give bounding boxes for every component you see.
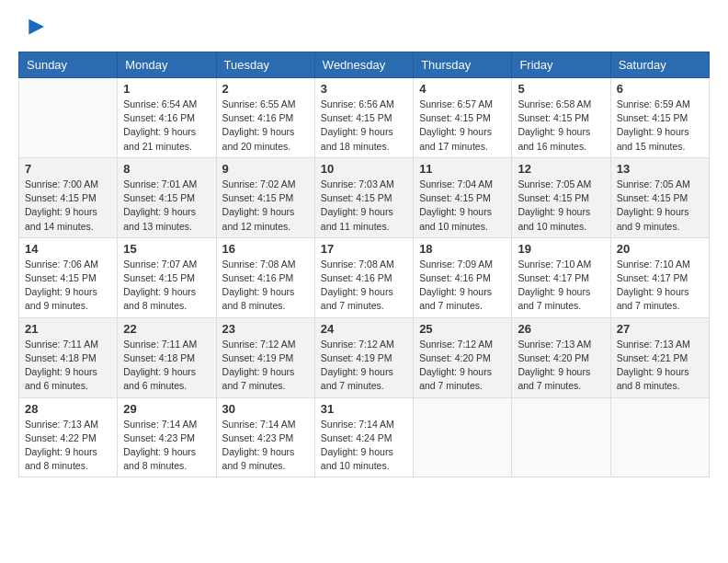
calendar-week-5: 28Sunrise: 7:13 AMSunset: 4:22 PMDayligh… <box>19 397 710 477</box>
day-number: 17 <box>321 242 407 256</box>
calendar-cell: 21Sunrise: 7:11 AMSunset: 4:18 PMDayligh… <box>19 317 118 397</box>
day-number: 15 <box>123 242 210 256</box>
day-number: 10 <box>321 162 407 176</box>
day-number: 21 <box>25 322 111 336</box>
calendar-cell: 25Sunrise: 7:12 AMSunset: 4:20 PMDayligh… <box>414 317 512 397</box>
calendar-cell: 30Sunrise: 7:14 AMSunset: 4:23 PMDayligh… <box>216 397 314 477</box>
cell-info: Sunrise: 6:59 AMSunset: 4:15 PMDaylight:… <box>617 98 703 154</box>
calendar-week-1: 1Sunrise: 6:54 AMSunset: 4:16 PMDaylight… <box>19 78 710 158</box>
calendar-cell: 6Sunrise: 6:59 AMSunset: 4:15 PMDaylight… <box>610 78 709 158</box>
cell-info: Sunrise: 6:56 AMSunset: 4:15 PMDaylight:… <box>321 98 407 154</box>
calendar-week-2: 7Sunrise: 7:00 AMSunset: 4:15 PMDaylight… <box>19 157 710 237</box>
day-number: 1 <box>123 82 210 96</box>
day-number: 29 <box>123 402 210 416</box>
calendar-cell: 27Sunrise: 7:13 AMSunset: 4:21 PMDayligh… <box>610 317 709 397</box>
cell-info: Sunrise: 7:10 AMSunset: 4:17 PMDaylight:… <box>518 258 604 314</box>
cell-info: Sunrise: 7:12 AMSunset: 4:19 PMDaylight:… <box>222 338 309 394</box>
cell-info: Sunrise: 6:58 AMSunset: 4:15 PMDaylight:… <box>518 98 604 154</box>
calendar-cell: 18Sunrise: 7:09 AMSunset: 4:16 PMDayligh… <box>414 237 512 317</box>
cell-info: Sunrise: 7:04 AMSunset: 4:15 PMDaylight:… <box>419 178 506 234</box>
calendar-cell: 5Sunrise: 6:58 AMSunset: 4:15 PMDaylight… <box>512 78 610 158</box>
cell-info: Sunrise: 7:03 AMSunset: 4:15 PMDaylight:… <box>321 178 407 234</box>
calendar-cell: 11Sunrise: 7:04 AMSunset: 4:15 PMDayligh… <box>414 157 512 237</box>
cell-info: Sunrise: 7:14 AMSunset: 4:24 PMDaylight:… <box>321 418 407 474</box>
cell-info: Sunrise: 7:09 AMSunset: 4:16 PMDaylight:… <box>419 258 506 314</box>
day-number: 31 <box>321 402 407 416</box>
day-number: 3 <box>321 82 407 96</box>
calendar-cell: 9Sunrise: 7:02 AMSunset: 4:15 PMDaylight… <box>216 157 314 237</box>
cell-info: Sunrise: 7:13 AMSunset: 4:21 PMDaylight:… <box>617 338 703 394</box>
calendar-cell: 14Sunrise: 7:06 AMSunset: 4:15 PMDayligh… <box>19 237 118 317</box>
weekday-header-friday: Friday <box>512 52 610 78</box>
cell-info: Sunrise: 7:11 AMSunset: 4:18 PMDaylight:… <box>25 338 111 394</box>
cell-info: Sunrise: 7:00 AMSunset: 4:15 PMDaylight:… <box>25 178 111 234</box>
day-number: 22 <box>123 322 210 336</box>
cell-info: Sunrise: 7:14 AMSunset: 4:23 PMDaylight:… <box>123 418 210 474</box>
day-number: 28 <box>25 402 111 416</box>
page-header <box>18 15 710 40</box>
calendar-cell: 3Sunrise: 6:56 AMSunset: 4:15 PMDaylight… <box>314 78 413 158</box>
day-number: 20 <box>617 242 703 256</box>
day-number: 24 <box>321 322 407 336</box>
logo <box>18 15 46 40</box>
day-number: 23 <box>222 322 309 336</box>
day-number: 12 <box>518 162 604 176</box>
cell-info: Sunrise: 7:14 AMSunset: 4:23 PMDaylight:… <box>222 418 309 474</box>
calendar-cell: 17Sunrise: 7:08 AMSunset: 4:16 PMDayligh… <box>314 237 413 317</box>
cell-info: Sunrise: 7:08 AMSunset: 4:16 PMDaylight:… <box>321 258 407 314</box>
day-number: 18 <box>419 242 506 256</box>
day-number: 2 <box>222 82 309 96</box>
day-number: 27 <box>617 322 703 336</box>
weekday-header-tuesday: Tuesday <box>216 52 314 78</box>
weekday-header-saturday: Saturday <box>610 52 709 78</box>
day-number: 4 <box>419 82 506 96</box>
calendar-cell <box>610 397 709 477</box>
calendar-cell: 29Sunrise: 7:14 AMSunset: 4:23 PMDayligh… <box>118 397 216 477</box>
calendar-cell: 10Sunrise: 7:03 AMSunset: 4:15 PMDayligh… <box>314 157 413 237</box>
calendar-cell: 23Sunrise: 7:12 AMSunset: 4:19 PMDayligh… <box>216 317 314 397</box>
calendar-cell: 31Sunrise: 7:14 AMSunset: 4:24 PMDayligh… <box>314 397 413 477</box>
cell-info: Sunrise: 7:01 AMSunset: 4:15 PMDaylight:… <box>123 178 210 234</box>
day-number: 14 <box>25 242 111 256</box>
cell-info: Sunrise: 6:54 AMSunset: 4:16 PMDaylight:… <box>123 98 210 154</box>
calendar-week-3: 14Sunrise: 7:06 AMSunset: 4:15 PMDayligh… <box>19 237 710 317</box>
calendar-cell: 7Sunrise: 7:00 AMSunset: 4:15 PMDaylight… <box>19 157 118 237</box>
cell-info: Sunrise: 7:10 AMSunset: 4:17 PMDaylight:… <box>617 258 703 314</box>
calendar-cell <box>19 78 118 158</box>
calendar-cell: 12Sunrise: 7:05 AMSunset: 4:15 PMDayligh… <box>512 157 610 237</box>
calendar-cell: 1Sunrise: 6:54 AMSunset: 4:16 PMDaylight… <box>118 78 216 158</box>
day-number: 16 <box>222 242 309 256</box>
day-number: 5 <box>518 82 604 96</box>
cell-info: Sunrise: 7:11 AMSunset: 4:18 PMDaylight:… <box>123 338 210 394</box>
calendar-week-4: 21Sunrise: 7:11 AMSunset: 4:18 PMDayligh… <box>19 317 710 397</box>
weekday-header-sunday: Sunday <box>19 52 118 78</box>
day-number: 8 <box>123 162 210 176</box>
calendar-cell: 26Sunrise: 7:13 AMSunset: 4:20 PMDayligh… <box>512 317 610 397</box>
weekday-header-wednesday: Wednesday <box>314 52 413 78</box>
day-number: 9 <box>222 162 309 176</box>
cell-info: Sunrise: 7:02 AMSunset: 4:15 PMDaylight:… <box>222 178 309 234</box>
cell-info: Sunrise: 7:13 AMSunset: 4:22 PMDaylight:… <box>25 418 111 474</box>
calendar-header-row: SundayMondayTuesdayWednesdayThursdayFrid… <box>19 52 710 78</box>
day-number: 30 <box>222 402 309 416</box>
day-number: 11 <box>419 162 506 176</box>
calendar-cell: 22Sunrise: 7:11 AMSunset: 4:18 PMDayligh… <box>118 317 216 397</box>
weekday-header-monday: Monday <box>118 52 216 78</box>
calendar-cell: 24Sunrise: 7:12 AMSunset: 4:19 PMDayligh… <box>314 317 413 397</box>
cell-info: Sunrise: 7:05 AMSunset: 4:15 PMDaylight:… <box>617 178 703 234</box>
day-number: 13 <box>617 162 703 176</box>
calendar-cell <box>414 397 512 477</box>
day-number: 25 <box>419 322 506 336</box>
calendar-cell: 19Sunrise: 7:10 AMSunset: 4:17 PMDayligh… <box>512 237 610 317</box>
calendar-cell: 8Sunrise: 7:01 AMSunset: 4:15 PMDaylight… <box>118 157 216 237</box>
day-number: 6 <box>617 82 703 96</box>
calendar-cell: 4Sunrise: 6:57 AMSunset: 4:15 PMDaylight… <box>414 78 512 158</box>
calendar-cell: 13Sunrise: 7:05 AMSunset: 4:15 PMDayligh… <box>610 157 709 237</box>
day-number: 19 <box>518 242 604 256</box>
calendar-cell: 28Sunrise: 7:13 AMSunset: 4:22 PMDayligh… <box>19 397 118 477</box>
day-number: 7 <box>25 162 111 176</box>
cell-info: Sunrise: 7:07 AMSunset: 4:15 PMDaylight:… <box>123 258 210 314</box>
cell-info: Sunrise: 7:06 AMSunset: 4:15 PMDaylight:… <box>25 258 111 314</box>
calendar-cell: 15Sunrise: 7:07 AMSunset: 4:15 PMDayligh… <box>118 237 216 317</box>
logo-icon <box>20 15 46 40</box>
